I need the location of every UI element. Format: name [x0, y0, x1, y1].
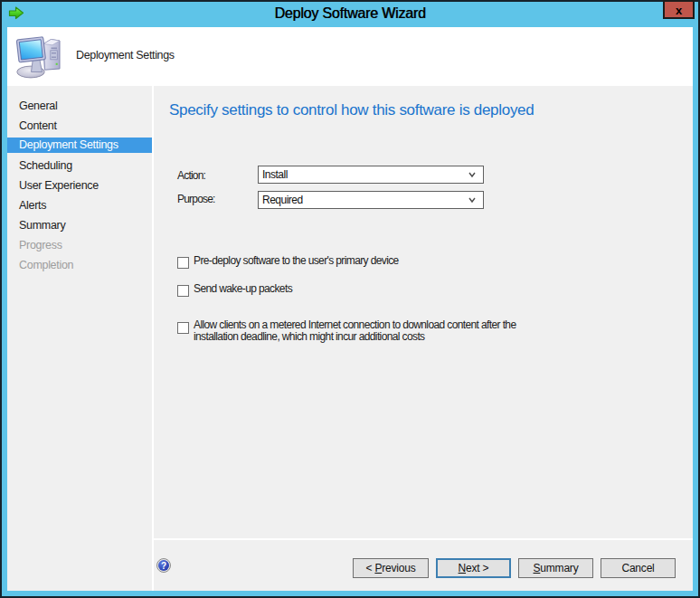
svg-text:?: ?: [161, 561, 166, 571]
